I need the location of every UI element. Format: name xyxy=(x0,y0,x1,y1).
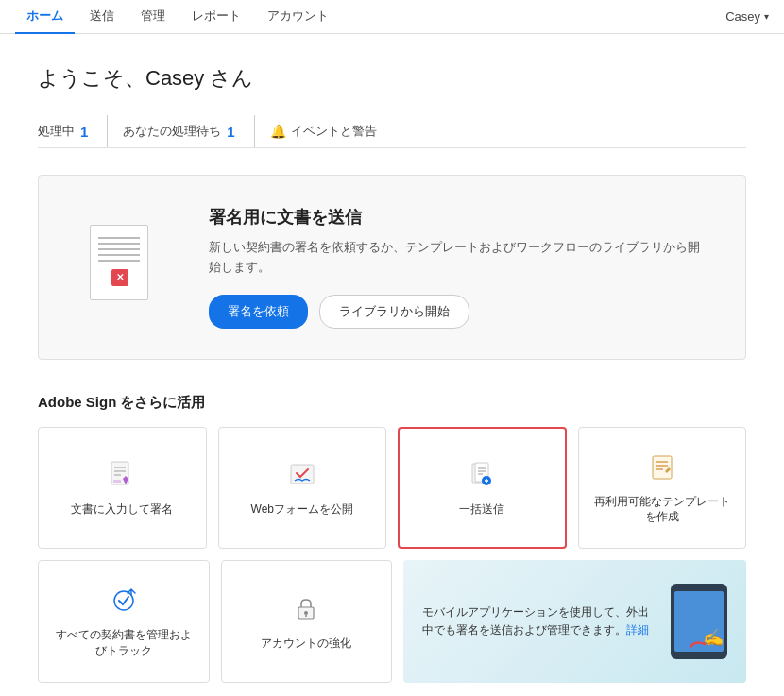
template-icon xyxy=(645,450,679,484)
feature-card-manage-contracts[interactable]: すべての契約書を管理およびトラック xyxy=(38,560,210,683)
feature-card-sign-doc[interactable]: 文書に入力して署名 xyxy=(38,427,207,550)
doc-x-icon: ✕ xyxy=(111,269,128,286)
manage-contracts-icon xyxy=(107,584,141,618)
sign-doc-label: 文書に入力して署名 xyxy=(71,501,173,518)
feature-card-web-form[interactable]: Webフォームを公開 xyxy=(218,427,387,550)
mobile-phone-illustration xyxy=(671,584,727,659)
strengthen-account-icon xyxy=(289,592,323,626)
welcome-title: ようこそ、Casey さん xyxy=(38,64,746,93)
waiting-count: 1 xyxy=(227,124,234,140)
main-content: ようこそ、Casey さん 処理中 1 あなたの処理待ち 1 🔔 イベントと警告… xyxy=(0,34,784,696)
mobile-promo-card[interactable]: モバイルアプリケーションを使用して、外出中でも署名を送信および管理できます。詳細 xyxy=(403,560,746,683)
features-grid-bottom: すべての契約書を管理およびトラック アカウントの強化 モバイルアプリケーションを… xyxy=(38,560,746,683)
waiting-label: あなたの処理待ち xyxy=(123,123,221,140)
nav-item-account[interactable]: アカウント xyxy=(256,0,340,34)
mobile-promo-description: モバイルアプリケーションを使用して、外出中でも署名を送信および管理できます。 xyxy=(422,605,649,637)
chevron-down-icon: ▾ xyxy=(764,11,769,22)
feature-card-bulk-send[interactable]: 一括送信 xyxy=(398,427,567,550)
promo-card: ✕ 署名用に文書を送信 新しい契約書の署名を依頼するか、テンプレートおよびワーク… xyxy=(38,175,746,360)
nav-items: ホーム 送信 管理 レポート アカウント xyxy=(15,0,725,34)
features-grid-top: 文書に入力して署名 Webフォームを公開 xyxy=(38,427,746,550)
bulk-send-label: 一括送信 xyxy=(459,501,504,518)
nav-username: Casey xyxy=(725,9,760,24)
promo-text: 署名用に文書を送信 新しい契約書の署名を依頼するか、テンプレートおよびワークフロ… xyxy=(209,206,707,329)
svg-point-18 xyxy=(114,591,133,610)
processing-label: 処理中 xyxy=(38,123,75,140)
status-events[interactable]: 🔔 イベントと警告 xyxy=(270,115,396,147)
navbar: ホーム 送信 管理 レポート アカウント Casey ▾ xyxy=(0,0,784,34)
manage-contracts-label: すべての契約書を管理およびトラック xyxy=(50,627,197,659)
mobile-promo-text: モバイルアプリケーションを使用して、外出中でも署名を送信および管理できます。詳細 xyxy=(422,603,659,639)
svg-point-20 xyxy=(304,611,308,615)
feature-card-strengthen-account[interactable]: アカウントの強化 xyxy=(221,560,393,683)
strengthen-account-label: アカウントの強化 xyxy=(261,636,351,652)
processing-count: 1 xyxy=(80,124,88,140)
nav-item-report[interactable]: レポート xyxy=(180,0,252,34)
doc-main: ✕ xyxy=(90,225,148,300)
start-from-library-button[interactable]: ライブラリから開始 xyxy=(319,295,469,329)
status-processing[interactable]: 処理中 1 xyxy=(38,115,108,147)
template-label: 再利用可能なテンプレートを作成 xyxy=(590,494,735,526)
promo-illustration: ✕ xyxy=(77,215,171,319)
bell-icon: 🔔 xyxy=(270,124,286,139)
feature-card-template[interactable]: 再利用可能なテンプレートを作成 xyxy=(578,427,747,550)
promo-title: 署名用に文書を送信 xyxy=(209,206,707,229)
status-bar: 処理中 1 あなたの処理待ち 1 🔔 イベントと警告 xyxy=(38,115,746,148)
web-form-label: Webフォームを公開 xyxy=(251,501,353,518)
web-form-icon xyxy=(285,458,319,492)
promo-desc: 新しい契約書の署名を依頼するか、テンプレートおよびワークフローのライブラリから開… xyxy=(209,238,707,278)
status-waiting[interactable]: あなたの処理待ち 1 xyxy=(123,115,254,147)
nav-item-home[interactable]: ホーム xyxy=(15,0,75,34)
request-signature-button[interactable]: 署名を依頼 xyxy=(209,295,308,329)
events-label: イベントと警告 xyxy=(291,123,377,140)
nav-user[interactable]: Casey ▾ xyxy=(725,9,769,24)
promo-actions: 署名を依頼 ライブラリから開始 xyxy=(209,295,707,329)
nav-item-manage[interactable]: 管理 xyxy=(129,0,177,34)
nav-item-send[interactable]: 送信 xyxy=(78,0,126,34)
bulk-send-icon xyxy=(465,458,499,492)
sign-doc-icon xyxy=(105,458,139,492)
features-section-title: Adobe Sign をさらに活用 xyxy=(38,394,746,412)
svg-rect-4 xyxy=(113,480,121,483)
mobile-promo-link[interactable]: 詳細 xyxy=(626,623,649,637)
